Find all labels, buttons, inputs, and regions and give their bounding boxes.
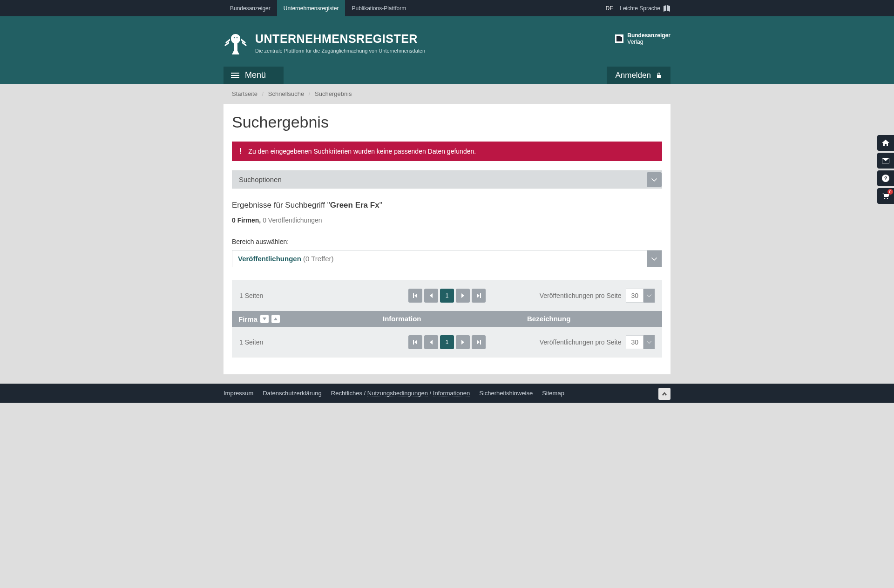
footer-datenschutz[interactable]: Datenschutzerklärung xyxy=(263,390,321,397)
menubar: Menü Anmelden xyxy=(0,67,894,84)
footer-sitemap[interactable]: Sitemap xyxy=(542,390,564,397)
page-count: 1 Seiten xyxy=(239,338,360,346)
result-heading: Ergebnisse für Suchbegriff "Green Era Fx… xyxy=(232,201,662,210)
perpage-select[interactable]: 30 xyxy=(626,289,655,303)
alert-icon: ! xyxy=(239,147,242,155)
area-select[interactable]: Veröffentlichungen (0 Treffer) xyxy=(232,250,662,267)
chevron-down-icon xyxy=(643,335,655,349)
result-counts: 0 Firmen, 0 Veröffentlichungen xyxy=(232,216,662,224)
eagle-logo-icon xyxy=(224,32,248,56)
pager-bottom: 1 Seiten 1 Veröffentlichungen pro Seite … xyxy=(232,327,662,358)
page-title: Suchergebnis xyxy=(232,113,662,131)
rail-home-button[interactable] xyxy=(877,135,894,151)
easy-language-link[interactable]: Leichte Sprache xyxy=(620,5,670,12)
pager-next-button[interactable] xyxy=(456,289,470,303)
content: Suchergebnis ! Zu den eingegebenen Suchk… xyxy=(224,104,670,374)
perpage-select[interactable]: 30 xyxy=(626,335,655,349)
footer-nutzungsbedingungen[interactable]: Nutzungsbedingungen xyxy=(367,390,428,397)
breadcrumb-schnellsuche[interactable]: Schnellsuche xyxy=(268,90,304,97)
pager-last-button[interactable] xyxy=(472,289,486,303)
pager-top: 1 Seiten 1 Veröffentlichungen pro Seite … xyxy=(232,280,662,311)
search-options-toggle[interactable]: Suchoptionen xyxy=(232,170,662,189)
hamburger-icon xyxy=(231,71,239,80)
topnav-unternehmensregister[interactable]: Unternehmensregister xyxy=(277,0,345,16)
brand[interactable]: UNTERNEHMENSREGISTER Die zentrale Plattf… xyxy=(224,32,425,56)
rail-help-button[interactable]: ? xyxy=(877,170,894,186)
breadcrumb-current: Suchergebnis xyxy=(315,90,352,97)
page-count: 1 Seiten xyxy=(239,292,360,299)
footer-sicherheitshinweise[interactable]: Sicherheitshinweise xyxy=(479,390,533,397)
pager-prev-button[interactable] xyxy=(424,289,438,303)
chevron-down-icon xyxy=(647,172,662,187)
cart-badge: 0 xyxy=(887,189,893,195)
hero: UNTERNEHMENSREGISTER Die zentrale Plattf… xyxy=(0,16,894,67)
rail-mail-button[interactable] xyxy=(877,153,894,169)
pager-last-button[interactable] xyxy=(472,335,486,349)
chevron-down-icon xyxy=(643,289,655,303)
pager-page-1: 1 xyxy=(440,289,454,303)
pager-first-button[interactable] xyxy=(408,335,422,349)
sort-firma-asc[interactable] xyxy=(271,315,280,323)
topnav-publikationsplattform[interactable]: Publikations-Plattform xyxy=(345,0,413,16)
pager-next-button[interactable] xyxy=(456,335,470,349)
breadcrumb: Startseite / Schnellsuche / Suchergebnis xyxy=(224,84,670,104)
brand-title: UNTERNEHMENSREGISTER xyxy=(255,32,425,46)
home-icon xyxy=(882,140,889,146)
no-results-alert: ! Zu den eingegebenen Suchkriterien wurd… xyxy=(232,142,662,161)
area-label: Bereich auswählen: xyxy=(232,238,662,245)
svg-point-1 xyxy=(237,37,237,38)
sort-firma-desc[interactable] xyxy=(260,315,269,323)
pager-first-button[interactable] xyxy=(408,289,422,303)
pager-prev-button[interactable] xyxy=(424,335,438,349)
easy-language-icon xyxy=(663,5,670,12)
rail-cart-button[interactable]: 0 xyxy=(877,188,894,204)
footer: Impressum Datenschutzerklärung Rechtlich… xyxy=(0,384,894,403)
scroll-to-top-button[interactable] xyxy=(658,388,670,400)
side-rail: ? 0 xyxy=(877,135,894,204)
language-switch[interactable]: DE xyxy=(606,5,614,12)
top-nav: Bundesanzeiger Unternehmensregister Publ… xyxy=(0,0,894,16)
mail-icon xyxy=(882,158,889,163)
svg-text:?: ? xyxy=(884,176,887,181)
breadcrumb-startseite[interactable]: Startseite xyxy=(232,90,257,97)
results-table-header: Firma Information Bezeichnung xyxy=(232,311,662,327)
verlag-logo[interactable]: Bundesanzeiger Verlag xyxy=(615,32,670,45)
footer-impressum[interactable]: Impressum xyxy=(224,390,253,397)
lock-icon xyxy=(656,72,662,79)
svg-point-0 xyxy=(234,37,235,38)
chevron-down-icon xyxy=(647,250,662,267)
footer-informationen[interactable]: Informationen xyxy=(433,390,470,397)
brand-subtitle: Die zentrale Plattform für die Zugänglic… xyxy=(255,47,425,54)
perpage-label: Veröffentlichungen pro Seite xyxy=(540,338,622,346)
topnav-bundesanzeiger[interactable]: Bundesanzeiger xyxy=(224,0,277,16)
login-button[interactable]: Anmelden xyxy=(607,67,670,84)
perpage-label: Veröffentlichungen pro Seite xyxy=(540,292,622,299)
menu-button[interactable]: Menü xyxy=(224,67,284,84)
question-icon: ? xyxy=(882,175,889,182)
verlag-icon xyxy=(615,34,623,43)
pager-page-1: 1 xyxy=(440,335,454,349)
